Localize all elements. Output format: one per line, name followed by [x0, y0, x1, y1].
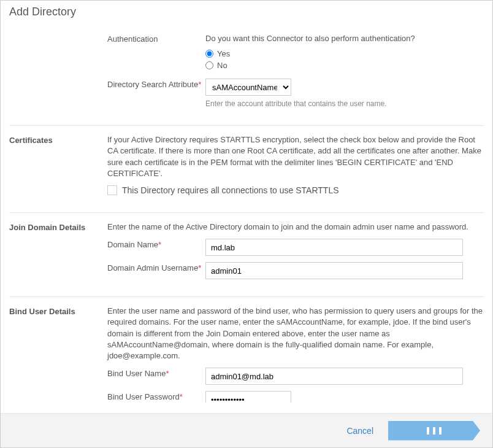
bind-user-name-label: Bind User Name* — [107, 368, 205, 378]
section-join-domain: Join Domain Details Enter the name of th… — [9, 212, 484, 296]
next-button[interactable] — [388, 421, 480, 441]
domain-name-label: Domain Name* — [107, 239, 205, 249]
auth-radio-yes-input[interactable] — [205, 50, 213, 58]
auth-radio-no[interactable]: No — [205, 61, 484, 70]
certificates-description: If your Active Directory requires STARTT… — [107, 134, 484, 179]
auth-radio-no-label: No — [217, 61, 227, 70]
section-bind-user: Bind User Details Enter the user name an… — [9, 296, 484, 403]
cancel-button[interactable]: Cancel — [338, 421, 382, 441]
section-authentication: Authentication Do you want this Connecto… — [9, 25, 484, 125]
search-attribute-select[interactable]: sAMAccountName — [205, 79, 291, 96]
form-scroll-area[interactable]: Authentication Do you want this Connecto… — [1, 25, 492, 403]
bind-user-description: Enter the user name and password of the … — [107, 306, 484, 361]
loading-stripe-icon — [427, 427, 429, 434]
auth-radio-yes-label: Yes — [217, 49, 230, 58]
bind-user-name-input[interactable] — [205, 368, 463, 385]
auth-radio-yes[interactable]: Yes — [205, 49, 484, 58]
search-attribute-help: Enter the account attribute that contain… — [205, 99, 484, 108]
dialog-title: Add Directory — [1, 1, 492, 25]
authentication-question: Do you want this Connector to also perfo… — [205, 34, 415, 43]
authentication-label: Authentication — [107, 33, 205, 44]
starttls-checkbox-label: This Directory requires all connections … — [122, 185, 339, 195]
join-domain-heading: Join Domain Details — [9, 222, 107, 232]
domain-admin-username-label: Domain Admin Username* — [107, 262, 205, 272]
search-attribute-label: Directory Search Attribute* — [107, 79, 205, 89]
domain-name-input[interactable] — [205, 239, 463, 256]
domain-admin-username-input[interactable] — [205, 262, 463, 279]
join-domain-description: Enter the name of the Active Directory d… — [107, 222, 484, 233]
bind-user-password-label: Bind User Password* — [107, 391, 205, 401]
section-certificates: Certificates If your Active Directory re… — [9, 125, 484, 212]
bind-user-heading: Bind User Details — [9, 306, 107, 316]
bind-user-password-input[interactable] — [205, 391, 291, 403]
certificates-heading: Certificates — [9, 134, 107, 145]
loading-stripe-icon — [439, 427, 441, 434]
authentication-radio-group: Yes No — [205, 49, 484, 70]
loading-stripe-icon — [433, 427, 435, 434]
dialog-footer: Cancel — [1, 413, 492, 447]
auth-radio-no-input[interactable] — [205, 61, 213, 69]
starttls-checkbox[interactable] — [107, 185, 117, 195]
